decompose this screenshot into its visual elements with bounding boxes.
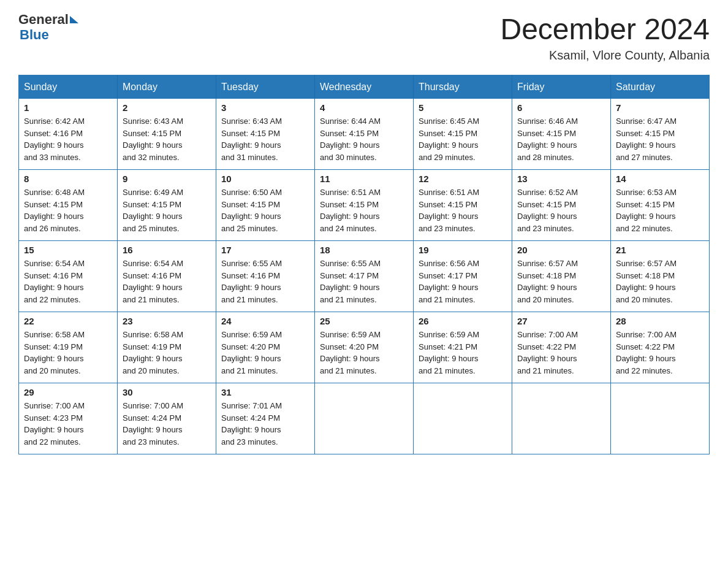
calendar-cell: 1 Sunrise: 6:42 AMSunset: 4:16 PMDayligh… — [19, 99, 118, 170]
day-info: Sunrise: 6:50 AMSunset: 4:15 PMDaylight:… — [221, 186, 309, 234]
col-header-thursday: Thursday — [414, 75, 512, 99]
calendar-cell — [315, 383, 414, 454]
day-number: 12 — [419, 174, 507, 184]
day-number: 24 — [221, 316, 309, 326]
day-info: Sunrise: 6:43 AMSunset: 4:15 PMDaylight:… — [123, 115, 211, 163]
day-info: Sunrise: 6:47 AMSunset: 4:15 PMDaylight:… — [616, 115, 704, 163]
day-info: Sunrise: 6:46 AMSunset: 4:15 PMDaylight:… — [517, 115, 605, 163]
day-number: 11 — [320, 174, 408, 184]
col-header-saturday: Saturday — [611, 75, 710, 99]
day-info: Sunrise: 6:59 AMSunset: 4:20 PMDaylight:… — [320, 329, 408, 377]
day-info: Sunrise: 6:58 AMSunset: 4:19 PMDaylight:… — [24, 329, 112, 377]
day-number: 19 — [419, 245, 507, 255]
day-number: 15 — [24, 245, 112, 255]
day-number: 31 — [221, 387, 309, 397]
day-number: 1 — [24, 102, 112, 113]
calendar-cell: 27 Sunrise: 7:00 AMSunset: 4:22 PMDaylig… — [512, 312, 611, 383]
calendar-cell: 2 Sunrise: 6:43 AMSunset: 4:15 PMDayligh… — [118, 99, 216, 170]
col-header-tuesday: Tuesday — [216, 75, 315, 99]
calendar-cell: 3 Sunrise: 6:43 AMSunset: 4:15 PMDayligh… — [216, 99, 315, 170]
day-number: 3 — [221, 102, 309, 113]
day-info: Sunrise: 6:48 AMSunset: 4:15 PMDaylight:… — [24, 186, 112, 234]
day-info: Sunrise: 6:59 AMSunset: 4:20 PMDaylight:… — [221, 329, 309, 377]
calendar-cell: 21 Sunrise: 6:57 AMSunset: 4:18 PMDaylig… — [611, 241, 710, 312]
page-header: General Blue December 2024 Ksamil, Vlore… — [18, 12, 710, 63]
day-number: 26 — [419, 316, 507, 326]
col-header-friday: Friday — [512, 75, 611, 99]
day-info: Sunrise: 6:49 AMSunset: 4:15 PMDaylight:… — [123, 186, 211, 234]
day-info: Sunrise: 6:51 AMSunset: 4:15 PMDaylight:… — [419, 186, 507, 234]
calendar-cell: 26 Sunrise: 6:59 AMSunset: 4:21 PMDaylig… — [414, 312, 512, 383]
day-number: 23 — [123, 316, 211, 326]
day-info: Sunrise: 6:43 AMSunset: 4:15 PMDaylight:… — [221, 115, 309, 163]
day-number: 29 — [24, 387, 112, 397]
col-header-sunday: Sunday — [19, 75, 118, 99]
logo: General Blue — [18, 12, 78, 43]
col-header-wednesday: Wednesday — [315, 75, 414, 99]
day-info: Sunrise: 6:52 AMSunset: 4:15 PMDaylight:… — [517, 186, 605, 234]
day-info: Sunrise: 6:54 AMSunset: 4:16 PMDaylight:… — [123, 258, 211, 305]
day-info: Sunrise: 6:53 AMSunset: 4:15 PMDaylight:… — [616, 186, 704, 234]
calendar-cell: 23 Sunrise: 6:58 AMSunset: 4:19 PMDaylig… — [118, 312, 216, 383]
day-number: 16 — [123, 245, 211, 255]
calendar-cell: 6 Sunrise: 6:46 AMSunset: 4:15 PMDayligh… — [512, 99, 611, 170]
day-info: Sunrise: 6:55 AMSunset: 4:16 PMDaylight:… — [221, 258, 309, 305]
day-number: 9 — [123, 174, 211, 184]
day-info: Sunrise: 7:00 AMSunset: 4:24 PMDaylight:… — [123, 400, 211, 448]
day-number: 8 — [24, 174, 112, 184]
calendar-cell: 24 Sunrise: 6:59 AMSunset: 4:20 PMDaylig… — [216, 312, 315, 383]
calendar-cell: 25 Sunrise: 6:59 AMSunset: 4:20 PMDaylig… — [315, 312, 414, 383]
day-number: 18 — [320, 245, 408, 255]
calendar-header-row: SundayMondayTuesdayWednesdayThursdayFrid… — [19, 75, 710, 99]
day-number: 20 — [517, 245, 605, 255]
calendar-cell: 4 Sunrise: 6:44 AMSunset: 4:15 PMDayligh… — [315, 99, 414, 170]
day-info: Sunrise: 6:42 AMSunset: 4:16 PMDaylight:… — [24, 115, 112, 163]
day-number: 13 — [517, 174, 605, 184]
day-number: 6 — [517, 102, 605, 113]
calendar-cell: 14 Sunrise: 6:53 AMSunset: 4:15 PMDaylig… — [611, 170, 710, 241]
calendar-cell: 10 Sunrise: 6:50 AMSunset: 4:15 PMDaylig… — [216, 170, 315, 241]
day-info: Sunrise: 7:00 AMSunset: 4:23 PMDaylight:… — [24, 400, 112, 448]
day-number: 21 — [616, 245, 704, 255]
week-row-3: 15 Sunrise: 6:54 AMSunset: 4:16 PMDaylig… — [19, 241, 710, 312]
day-info: Sunrise: 6:55 AMSunset: 4:17 PMDaylight:… — [320, 258, 408, 305]
day-number: 30 — [123, 387, 211, 397]
day-info: Sunrise: 6:57 AMSunset: 4:18 PMDaylight:… — [616, 258, 704, 305]
calendar-cell: 11 Sunrise: 6:51 AMSunset: 4:15 PMDaylig… — [315, 170, 414, 241]
calendar-cell: 20 Sunrise: 6:57 AMSunset: 4:18 PMDaylig… — [512, 241, 611, 312]
col-header-monday: Monday — [118, 75, 216, 99]
week-row-1: 1 Sunrise: 6:42 AMSunset: 4:16 PMDayligh… — [19, 99, 710, 170]
day-number: 28 — [616, 316, 704, 326]
calendar-cell: 29 Sunrise: 7:00 AMSunset: 4:23 PMDaylig… — [19, 383, 118, 454]
calendar-cell: 9 Sunrise: 6:49 AMSunset: 4:15 PMDayligh… — [118, 170, 216, 241]
day-number: 5 — [419, 102, 507, 113]
day-number: 10 — [221, 174, 309, 184]
day-number: 14 — [616, 174, 704, 184]
calendar-cell: 22 Sunrise: 6:58 AMSunset: 4:19 PMDaylig… — [19, 312, 118, 383]
day-number: 7 — [616, 102, 704, 113]
day-info: Sunrise: 7:00 AMSunset: 4:22 PMDaylight:… — [616, 329, 704, 377]
calendar-cell: 18 Sunrise: 6:55 AMSunset: 4:17 PMDaylig… — [315, 241, 414, 312]
calendar-cell: 30 Sunrise: 7:00 AMSunset: 4:24 PMDaylig… — [118, 383, 216, 454]
day-number: 17 — [221, 245, 309, 255]
week-row-2: 8 Sunrise: 6:48 AMSunset: 4:15 PMDayligh… — [19, 170, 710, 241]
calendar-cell: 15 Sunrise: 6:54 AMSunset: 4:16 PMDaylig… — [19, 241, 118, 312]
logo-text-general: General — [18, 12, 69, 27]
day-info: Sunrise: 6:56 AMSunset: 4:17 PMDaylight:… — [419, 258, 507, 305]
title-area: December 2024 Ksamil, Vlore County, Alba… — [500, 12, 710, 63]
calendar-cell: 13 Sunrise: 6:52 AMSunset: 4:15 PMDaylig… — [512, 170, 611, 241]
day-number: 27 — [517, 316, 605, 326]
logo-text-blue: Blue — [18, 27, 78, 43]
week-row-5: 29 Sunrise: 7:00 AMSunset: 4:23 PMDaylig… — [19, 383, 710, 454]
day-number: 22 — [24, 316, 112, 326]
week-row-4: 22 Sunrise: 6:58 AMSunset: 4:19 PMDaylig… — [19, 312, 710, 383]
calendar-cell — [611, 383, 710, 454]
calendar-cell: 19 Sunrise: 6:56 AMSunset: 4:17 PMDaylig… — [414, 241, 512, 312]
calendar-table: SundayMondayTuesdayWednesdayThursdayFrid… — [18, 75, 710, 454]
day-info: Sunrise: 7:01 AMSunset: 4:24 PMDaylight:… — [221, 400, 309, 448]
calendar-cell: 17 Sunrise: 6:55 AMSunset: 4:16 PMDaylig… — [216, 241, 315, 312]
day-info: Sunrise: 7:00 AMSunset: 4:22 PMDaylight:… — [517, 329, 605, 377]
day-info: Sunrise: 6:45 AMSunset: 4:15 PMDaylight:… — [419, 115, 507, 163]
calendar-cell: 16 Sunrise: 6:54 AMSunset: 4:16 PMDaylig… — [118, 241, 216, 312]
month-year-title: December 2024 — [500, 12, 710, 46]
